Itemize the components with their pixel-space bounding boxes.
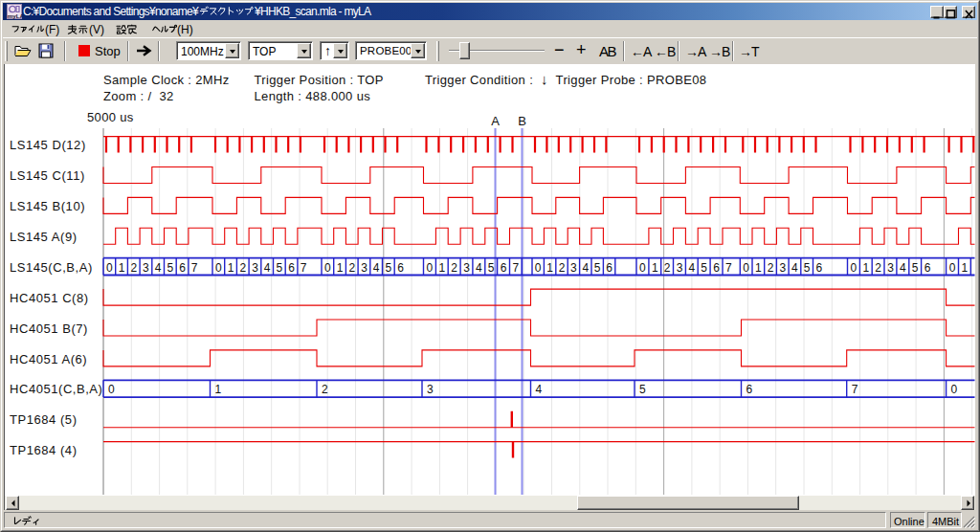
svg-text:6: 6 [816, 261, 823, 275]
svg-text:1: 1 [438, 261, 445, 275]
svg-text:4: 4 [688, 261, 695, 275]
svg-text:1: 1 [215, 383, 222, 396]
svg-text:1: 1 [546, 261, 553, 275]
svg-text:6: 6 [713, 261, 720, 275]
svg-text:4: 4 [476, 261, 482, 275]
svg-text:TP1684 (4): TP1684 (4) [10, 443, 78, 457]
svg-text:2: 2 [130, 261, 137, 275]
svg-text:5: 5 [488, 261, 495, 275]
svg-text:5: 5 [804, 261, 811, 275]
svg-text:2: 2 [322, 383, 328, 396]
svg-text:4: 4 [264, 261, 271, 275]
svg-text:LS145 D(12): LS145 D(12) [10, 138, 86, 152]
svg-text:0: 0 [324, 261, 331, 275]
svg-text:HC4051(C,B,A): HC4051(C,B,A) [10, 382, 102, 396]
svg-text:A: A [491, 114, 500, 128]
svg-text:TP1684 (5): TP1684 (5) [10, 412, 78, 427]
svg-text:2: 2 [875, 261, 881, 275]
svg-text:¥HHKB_scan.mla - myLA: ¥HHKB_scan.mla - myLA [254, 5, 371, 18]
svg-text:(H): (H) [177, 23, 193, 36]
svg-text:3: 3 [143, 261, 149, 275]
svg-text:Length : 488.000 us: Length : 488.000 us [255, 89, 371, 103]
svg-text:2: 2 [768, 261, 774, 275]
svg-text:5000 us: 5000 us [87, 110, 134, 124]
svg-text:7: 7 [301, 261, 307, 275]
svg-text:6: 6 [501, 261, 507, 275]
svg-text:3: 3 [361, 261, 368, 275]
svg-text:LS145 B(10): LS145 B(10) [10, 199, 85, 213]
svg-text:(F): (F) [45, 23, 59, 36]
svg-text:5: 5 [912, 261, 919, 275]
svg-text:Sample Clock : 2MHz: Sample Clock : 2MHz [103, 73, 230, 87]
svg-text:4: 4 [155, 261, 162, 275]
svg-text:1: 1 [962, 261, 969, 275]
svg-text:2: 2 [451, 261, 457, 275]
svg-text:3: 3 [463, 261, 470, 275]
svg-text:1: 1 [652, 261, 658, 275]
svg-text:5: 5 [701, 261, 707, 275]
svg-text:1: 1 [337, 261, 344, 275]
svg-text:2: 2 [348, 261, 355, 275]
svg-text:0: 0 [951, 383, 958, 396]
svg-text:6: 6 [746, 383, 753, 396]
svg-text:6: 6 [397, 261, 404, 275]
svg-text:LS145(C,B,A): LS145(C,B,A) [10, 260, 93, 275]
svg-text:1: 1 [755, 261, 762, 275]
svg-text:3: 3 [779, 261, 786, 275]
svg-text:3: 3 [677, 261, 683, 275]
svg-text:3: 3 [427, 383, 434, 396]
svg-text:3: 3 [252, 261, 258, 275]
svg-text:0: 0 [851, 261, 858, 275]
svg-text:2: 2 [664, 261, 671, 275]
svg-text:6: 6 [288, 261, 295, 275]
svg-text:6: 6 [924, 261, 931, 275]
svg-text:5: 5 [386, 261, 392, 275]
svg-text:5: 5 [594, 261, 601, 275]
svg-text:0: 0 [639, 261, 646, 275]
svg-text:0: 0 [743, 261, 749, 275]
svg-text:myLA: myLA [8, 12, 22, 19]
svg-text:7: 7 [852, 383, 858, 396]
svg-text:5: 5 [167, 261, 173, 275]
svg-text:C:¥Documents and Settings¥nona: C:¥Documents and Settings¥noname¥ [23, 5, 199, 18]
svg-text:6: 6 [606, 261, 612, 275]
svg-text:7: 7 [191, 261, 198, 275]
svg-text:4: 4 [791, 261, 798, 275]
svg-text:0: 0 [108, 383, 115, 396]
svg-text:B: B [518, 114, 526, 128]
svg-text:Zoom : / 32: Zoom : / 32 [103, 89, 174, 103]
svg-text:1: 1 [228, 261, 234, 275]
svg-text:HC4051 B(7): HC4051 B(7) [10, 321, 88, 336]
svg-text:4: 4 [582, 261, 589, 275]
svg-text:2: 2 [239, 261, 246, 275]
svg-text:1: 1 [862, 261, 869, 275]
svg-text:0: 0 [215, 261, 222, 275]
svg-text:3: 3 [570, 261, 577, 275]
svg-text:LS145 C(11): LS145 C(11) [10, 168, 85, 183]
svg-text:4: 4 [373, 261, 380, 275]
svg-text:0: 0 [535, 261, 542, 275]
svg-text:0: 0 [427, 261, 434, 275]
svg-text:LS145 A(9): LS145 A(9) [10, 230, 78, 244]
svg-text:7: 7 [725, 261, 732, 275]
svg-text:4: 4 [900, 261, 906, 275]
svg-text:5: 5 [639, 383, 646, 396]
svg-text:0: 0 [106, 261, 113, 275]
svg-text:0: 0 [949, 261, 956, 275]
svg-text:3: 3 [887, 261, 894, 275]
svg-text:(V): (V) [89, 23, 104, 36]
svg-text:2: 2 [559, 261, 566, 275]
svg-text:1: 1 [119, 261, 125, 275]
svg-text:Trigger Position : TOP: Trigger Position : TOP [255, 73, 384, 87]
svg-text:HC4051 A(6): HC4051 A(6) [10, 352, 87, 366]
svg-text:Trigger Condition : ↓ Trigge: Trigger Condition : ↓ Trigger Probe : PR… [425, 71, 706, 87]
svg-text:HC4051 C(8): HC4051 C(8) [10, 291, 89, 305]
svg-text:6: 6 [179, 261, 186, 275]
svg-text:7: 7 [513, 261, 520, 275]
svg-text:5: 5 [277, 261, 283, 275]
svg-text:4: 4 [536, 383, 543, 396]
